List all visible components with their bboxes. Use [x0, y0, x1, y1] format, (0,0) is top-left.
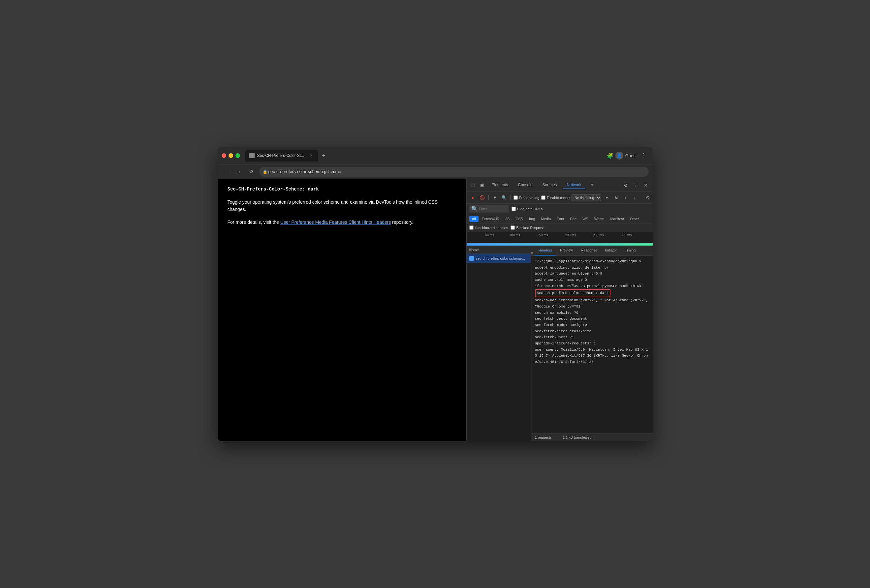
preserve-log-input[interactable] [514, 196, 518, 200]
filter-icon[interactable]: ▼ [492, 194, 499, 201]
close-traffic-light[interactable] [222, 153, 226, 158]
webpage-content: Sec-CH-Prefers-Color-Scheme: dark Toggle… [218, 179, 466, 441]
address-input[interactable]: sec-ch-prefers-color-scheme.glitch.me [259, 167, 649, 177]
forward-button[interactable]: → [234, 167, 243, 176]
profile-area: 🧩 👤 Guest ⋮ [607, 151, 649, 160]
throttle-chevron-icon[interactable]: ▾ [603, 194, 611, 201]
webpage-paragraph2: For more details, visit the User Prefere… [228, 218, 456, 226]
record-button[interactable]: ● [469, 194, 477, 201]
type-btn-media[interactable]: Media [538, 216, 553, 222]
filter-input-wrapper: 🔍 [469, 205, 509, 212]
tab-bar: Sec-CH-Prefers-Color-Schem... × + [245, 150, 604, 162]
request-list-item[interactable]: sec-ch-prefers-color-scheme... [467, 254, 530, 263]
devtools-close-button[interactable]: ✕ [641, 181, 650, 190]
timeline-label-100ms: 100 ms [509, 233, 520, 237]
tab-close-button[interactable]: × [309, 153, 314, 158]
type-btn-font[interactable]: Font [554, 216, 567, 222]
transferred-size: 1.1 kB transferred [563, 435, 591, 440]
detail-tab-response[interactable]: Response [577, 246, 601, 255]
detail-tab-initiator[interactable]: Initiator [601, 246, 621, 255]
has-blocked-cookies-checkbox[interactable]: Has blocked cookies [469, 226, 508, 230]
devtools-toolbar: ● 🚫 ▼ 🔍 Preserve log Disable cache No th… [467, 192, 652, 204]
type-btn-ws[interactable]: WS [580, 216, 591, 222]
blocked-requests-input[interactable] [511, 226, 515, 230]
type-btn-js[interactable]: JS [503, 216, 512, 222]
header-line-4: if-none-match: W/"392-B+pCtpzl+pyWUSHMRn… [535, 283, 649, 290]
blocked-requests-checkbox[interactable]: Blocked Requests [511, 226, 545, 230]
header-line-1: accept-encoding: gzip, deflate, br [535, 265, 649, 271]
highlighted-header-value: sec-ch-prefers-color-scheme: dark [535, 289, 611, 297]
status-bar: 1 requests 1.1 kB transferred [531, 433, 652, 441]
browser-tab[interactable]: Sec-CH-Prefers-Color-Schem... × [245, 150, 318, 162]
device-tool-icon[interactable]: ▣ [478, 182, 486, 189]
timeline-fill [467, 243, 652, 245]
webpage-link[interactable]: User Preference Media Features Client Hi… [280, 220, 391, 225]
request-list-header: Name [467, 246, 530, 254]
status-divider [557, 435, 557, 440]
name-column-header: Name [469, 248, 479, 252]
extension-icon[interactable]: 🧩 [607, 152, 614, 159]
export-icon[interactable]: ↓ [631, 194, 638, 201]
type-btn-fetch-xhr[interactable]: Fetch/XHR [479, 216, 502, 222]
new-tab-button[interactable]: + [319, 151, 328, 160]
address-wrapper: 🔒 sec-ch-prefers-color-scheme.glitch.me [259, 167, 649, 177]
lock-icon: 🔒 [262, 169, 267, 174]
type-btn-all[interactable]: All [469, 216, 478, 222]
filter-input[interactable] [479, 207, 506, 211]
tab-elements[interactable]: Elements [488, 181, 512, 189]
devtools-topbar: ⬚ ▣ Elements Console Sources Network » ⚙… [467, 179, 652, 192]
hide-data-urls-input[interactable] [511, 206, 516, 211]
throttle-select[interactable]: No throttling [572, 195, 601, 201]
request-list: Name sec-ch-prefers-color-scheme... [467, 246, 531, 441]
tab-network[interactable]: Network [563, 181, 585, 189]
type-btn-wasm[interactable]: Wasm [591, 216, 607, 222]
has-blocked-cookies-input[interactable] [469, 226, 474, 230]
header-line-7: sec-fetch-dest: document [535, 316, 649, 322]
type-btn-img[interactable]: Img [526, 216, 538, 222]
disable-cache-input[interactable] [541, 196, 545, 200]
request-item-name: sec-ch-prefers-color-scheme... [476, 257, 525, 260]
cursor-tool-icon[interactable]: ⬚ [469, 182, 477, 189]
devtools-panel: ⬚ ▣ Elements Console Sources Network » ⚙… [466, 179, 652, 441]
detail-tab-preview[interactable]: Preview [556, 246, 577, 255]
tab-title: Sec-CH-Prefers-Color-Schem... [257, 153, 306, 158]
browser-window: Sec-CH-Prefers-Color-Schem... × + 🧩 👤 Gu… [218, 147, 652, 441]
type-btn-css[interactable]: CSS [513, 216, 526, 222]
type-btn-other[interactable]: Other [627, 216, 642, 222]
profile-label: Guest [625, 153, 637, 158]
detail-tab-headers[interactable]: Headers [535, 246, 556, 255]
requests-count: 1 requests [535, 435, 552, 440]
detail-close-button[interactable]: × [531, 251, 533, 255]
paragraph2-prefix: For more details, visit the [228, 220, 280, 225]
import-icon[interactable]: ↑ [622, 194, 629, 201]
detail-tab-timing[interactable]: Timing [621, 246, 640, 255]
tab-more[interactable]: » [587, 181, 597, 189]
back-button[interactable]: ← [222, 167, 231, 176]
type-btn-manifest[interactable]: Manifest [608, 216, 627, 222]
detail-panel: × Headers Preview Response Initiator Tim… [531, 246, 652, 441]
blocked-requests-label: Blocked Requests [516, 226, 545, 230]
clear-button[interactable]: 🚫 [478, 194, 486, 201]
wifi-icon[interactable]: ≋ [612, 194, 620, 201]
reload-button[interactable]: ↺ [247, 167, 256, 176]
preserve-log-checkbox[interactable]: Preserve log [514, 196, 539, 200]
browser-more-button[interactable]: ⋮ [639, 151, 649, 160]
filter-bar: 🔍 Hide data URLs [467, 204, 652, 214]
header-line-10: sec-fetch-user: ?1 [535, 334, 649, 340]
disable-cache-checkbox[interactable]: Disable cache [541, 196, 569, 200]
search-icon[interactable]: 🔍 [501, 194, 508, 201]
hide-data-urls-checkbox[interactable]: Hide data URLs [511, 206, 543, 211]
disable-cache-label: Disable cache [547, 196, 569, 200]
tab-sources[interactable]: Sources [539, 181, 561, 189]
header-line-8: sec-fetch-mode: navigate [535, 322, 649, 328]
network-settings-icon[interactable]: ⚙ [646, 195, 650, 200]
devtools-settings-button[interactable]: ⚙ [622, 181, 630, 190]
traffic-lights [222, 153, 240, 158]
timeline-bar: 50 ms 100 ms 150 ms 200 ms 250 ms 300 ms [467, 232, 652, 246]
minimize-traffic-light[interactable] [229, 153, 233, 158]
devtools-more-button[interactable]: ⋮ [632, 181, 640, 190]
maximize-traffic-light[interactable] [235, 153, 240, 158]
type-btn-doc[interactable]: Doc [567, 216, 579, 222]
tab-console[interactable]: Console [514, 181, 536, 189]
header-line-5: sec-ch-ua: "Chromium";v="92", " Not A;Br… [535, 297, 649, 309]
